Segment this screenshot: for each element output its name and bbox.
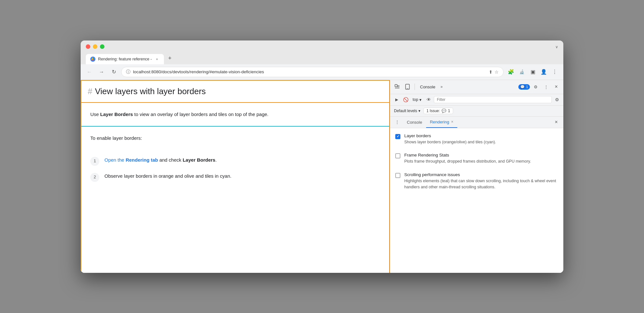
issue-count: 1 [448,109,450,113]
list-item-1: 1 Open the Rendering tab and check Layer… [90,156,380,166]
paragraph-2: To enable layer borders: [90,134,380,142]
settings-button[interactable]: ⚙ [531,82,540,91]
share-icon[interactable]: ⬆ [489,69,493,75]
console-tab-label[interactable]: Console [417,85,438,89]
eye-button[interactable]: 👁 [425,96,433,103]
context-label: top [413,97,418,102]
chevron-down-icon: ▾ [419,97,422,102]
scrolling-text: Scrolling performance issues Highlights … [404,172,558,190]
profile-icon[interactable]: 👤 [539,67,549,77]
rendering-tab-text: Rendering [430,120,449,124]
panel-close-button[interactable]: × [552,118,561,127]
paragraph-section-2: To enable layer borders: [81,126,390,150]
issue-label: 1 Issue: [426,109,440,113]
address-text: localhost:8080/docs/devtools/rendering/#… [133,69,486,74]
address-actions: ⬆ ☆ [489,69,499,75]
list-number-2: 2 [90,173,99,182]
content-body: Use Layer Borders to view an overlay of … [81,102,390,195]
rendering-item-frame-stats: Frame Rendering Stats Plots frame throug… [395,153,558,165]
toolbar-separator-1 [415,84,415,90]
rendering-tab-link[interactable]: Open the Rendering tab [104,157,158,163]
levels-chevron-icon: ▾ [418,109,420,113]
list-section: 1 Open the Rendering tab and check Layer… [81,150,390,195]
tab-title: Rendering: feature reference - [98,57,152,61]
list-text-2: Observe layer borders in orange and oliv… [104,172,231,180]
layer-border-right [389,80,390,273]
back-button[interactable]: ← [85,67,94,77]
context-selector[interactable]: top ▾ [411,97,424,103]
message-badge: 💬 1 [518,84,530,90]
close-window-button[interactable] [86,44,90,49]
navigation-bar: ← → ↻ ⓘ localhost:8080/docs/devtools/ren… [81,64,563,80]
scrolling-checkbox[interactable] [395,173,400,178]
badge-message-icon: 💬 [520,85,525,89]
layer-borders-description: Shows layer borders (orange/olive) and t… [404,139,496,145]
page-content: # View layers with layer borders Use Lay… [81,80,390,273]
element-inspector-button[interactable] [393,82,402,91]
badge-count: 1 [526,85,528,89]
layer-borders-checkbox[interactable]: ✓ [395,134,400,139]
profile-extension-icon[interactable]: 🔬 [517,67,527,77]
svg-rect-7 [407,88,408,89]
rendering-item-layer-borders: ✓ Layer borders Shows layer borders (ora… [395,133,558,145]
layer-borders-bold: Layer Borders [183,157,215,163]
tab-minimize-icon[interactable]: ∨ [555,45,558,49]
chrome-favicon-icon [90,57,95,62]
active-tab[interactable]: Rendering: feature reference - × [86,54,164,64]
more-options-button[interactable]: ⋮ [541,82,550,91]
inspector-icon [394,84,400,90]
devtools-tabs: ⋮ Console Rendering × × [390,117,563,128]
page-heading: # View layers with layer borders [88,86,383,96]
paragraph-1: Use Layer Borders to view an overlay of … [90,111,380,118]
levels-selector[interactable]: Default levels ▾ [393,108,422,114]
rendering-panel-content: ✓ Layer borders Shows layer borders (ora… [390,128,563,273]
frame-stats-description: Plots frame throughput, dropped frames d… [404,158,531,165]
issue-badge[interactable]: 1 Issue: 💬 1 [424,108,453,114]
devtools-panel: Console » 💬 1 ⚙ ⋮ × ▶ 🚫 top ▾ 👁 [390,80,563,273]
forward-button[interactable]: → [97,67,106,77]
issue-message-icon: 💬 [442,109,446,113]
sidebar-icon[interactable]: ▣ [528,67,538,77]
hash-symbol: # [88,86,92,96]
stop-button[interactable]: 🚫 [402,96,409,103]
traffic-lights [86,44,104,49]
rendering-item-scrolling: Scrolling performance issues Highlights … [395,172,558,190]
list-item-2: 2 Observe layer borders in orange and ol… [90,172,380,182]
bookmark-icon[interactable]: ☆ [495,69,499,75]
layer-borders-title: Layer borders [404,133,496,138]
main-area: # View layers with layer borders Use Lay… [81,80,563,273]
checkmark-icon: ✓ [397,134,399,139]
close-devtools-button[interactable]: × [552,82,561,91]
filter-input[interactable] [434,96,552,103]
heading-text: View layers with layer borders [95,86,206,96]
list-suffix-1: and check Layer Borders. [158,157,217,163]
svg-rect-2 [395,85,397,87]
address-bar[interactable]: ⓘ localhost:8080/docs/devtools/rendering… [121,67,504,77]
frame-stats-checkbox[interactable] [395,153,400,158]
devtools-toolbar-1: Console » 💬 1 ⚙ ⋮ × [390,80,563,94]
run-button[interactable]: ▶ [393,96,400,103]
info-icon: ⓘ [126,69,130,75]
rendering-bold: Rendering tab [126,157,158,163]
minimize-window-button[interactable] [93,44,97,49]
maximize-window-button[interactable] [100,44,104,49]
rendering-tab-close-button[interactable]: × [451,120,453,124]
rendering-tab[interactable]: Rendering × [426,116,457,128]
tab-close-button[interactable]: × [154,57,159,62]
frame-stats-text: Frame Rendering Stats Plots frame throug… [404,153,531,165]
paragraph-section-1: Use Layer Borders to view an overlay of … [81,102,390,126]
menu-icon[interactable]: ⋮ [550,67,559,77]
extensions-icon[interactable]: 🧩 [506,67,516,77]
list-number-1: 1 [90,157,99,166]
console-tab[interactable]: Console [403,116,426,128]
device-toolbar-button[interactable] [403,82,412,91]
tabs-row: Rendering: feature reference - × + [86,54,558,64]
reload-button[interactable]: ↻ [109,67,119,77]
new-tab-button[interactable]: + [165,54,174,63]
scrolling-description: Highlights elements (teal) that can slow… [404,178,558,190]
filter-settings-icon[interactable]: ⚙ [553,96,561,103]
layer-border-left [81,80,81,273]
levels-label: Default levels [394,109,417,113]
tab-more-button[interactable]: ⋮ [393,118,402,127]
more-tabs-button[interactable]: » [439,83,444,90]
